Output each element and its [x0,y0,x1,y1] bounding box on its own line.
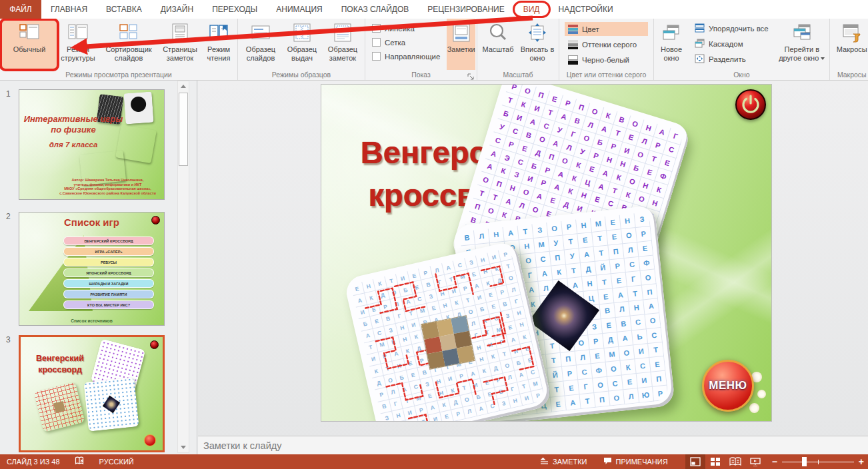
crossword-letter: О [619,345,635,361]
crossword-letter: Т [592,231,608,246]
crossword-letter: Е [598,288,614,304]
zoom-slider[interactable] [782,457,854,466]
comments-toggle[interactable]: ПРИМЕЧАНИЯ [595,454,676,469]
tab-addins[interactable]: НАДСТРОЙКИ [549,0,623,19]
tab-animations[interactable]: АНИМАЦИЯ [267,0,331,19]
status-normal-view-button[interactable] [685,454,705,469]
language-indicator[interactable]: РУССКИЙ [99,458,134,466]
crossword-letter: Е [611,272,627,288]
group-window: Новое окно Упорядочить все Каскадом Разд… [654,19,830,80]
crossword-letter: П [561,351,577,367]
tab-transitions[interactable]: ПЕРЕХОДЫ [203,0,267,19]
slide-thumbnail-1[interactable]: Интерактивные игры по физике для 7 класс… [19,89,165,200]
spellcheck-icon[interactable] [75,456,85,467]
slide-master-button[interactable]: Образец слайдов [239,19,282,70]
thumb2-game-list: ВЕНГЕРСКИЙ КРОССВОРДИГРА «САПЁР»РЕБУСЫЯП… [63,236,154,309]
crossword-letter: Е [590,348,606,364]
crossword-letter: П [651,371,667,387]
crossword-letter: О [609,390,625,406]
ribbon: Обычный Режим структуры Сортировщик слай… [0,19,868,81]
status-reading-view-button[interactable] [725,454,745,469]
notes-page-button[interactable]: Страницы заметок [159,19,201,70]
tab-home[interactable]: ГЛАВНАЯ [41,0,97,19]
crossword-letter: З [634,212,650,228]
slide-canvas[interactable]: Венгерский кроссворд РОПЕРПОКВОНАГТКИТАВ… [321,85,771,421]
slide-thumbnail-3[interactable]: Венгерский кроссворд [19,335,165,452]
tab-design[interactable]: ДИЗАЙН [151,0,203,19]
cascade-button[interactable]: Каскадом [691,37,772,51]
crossword-letter: Р [562,366,578,382]
thumb3-title: Венгерский кроссворд [23,353,97,376]
notes-page-label: Страницы заметок [159,45,201,62]
crossword-letter: З [532,223,548,238]
crossword-letter: К [621,360,637,376]
notes-pane[interactable]: Заметки к слайду [198,436,868,454]
guides-checkbox-row[interactable]: Направляющие [372,52,440,61]
thumb2-game-item: ВЕНГЕРСКИЙ КРОССВОРД [63,236,154,245]
color-button[interactable]: Цвет [565,22,648,36]
crossword-letter: С [535,251,551,267]
black-white-button[interactable]: Черно-белый [565,53,648,67]
notes-master-label: Образец заметок [322,45,363,62]
scrollbar-thumb[interactable] [179,93,188,166]
ruler-checkbox-row[interactable]: Линейка [372,24,440,33]
slide-thumbnail-2[interactable]: Список игр ВЕНГЕРСКИЙ КРОССВОРДИГРА «САП… [19,212,165,326]
thumb1-balloon-image [123,92,153,125]
tab-view[interactable]: ВИД [514,0,549,19]
new-window-button[interactable]: Новое окно [655,19,687,70]
crossword-letter: Л [474,229,490,244]
scroll-down-button[interactable] [179,442,188,452]
thumbnail-panel-scrollbar[interactable] [177,81,189,453]
zoom-in-button[interactable]: + [859,457,864,466]
thumb3-power-icon [150,340,159,349]
crossword-letter: Г [522,267,538,283]
zoom-button[interactable]: Масштаб [479,19,517,70]
grayscale-icon [568,40,578,49]
guides-checkbox[interactable] [372,52,381,61]
grid-label: Сетка [385,39,405,47]
slide3-number: 3 [6,335,11,344]
reading-view-button[interactable]: Режим чтения [201,19,236,70]
slide-sorter-button[interactable]: Сортировщик слайдов [99,19,159,70]
show-dialog-launcher-icon[interactable] [467,71,475,79]
grid-checkbox-row[interactable]: Сетка [372,38,440,47]
crossword-letter: Ф [639,255,655,271]
arrange-all-button[interactable]: Упорядочить все [691,21,772,35]
zoom-slider-thumb[interactable] [802,457,807,466]
zoom-out-button[interactable]: − [772,457,777,466]
grid-checkbox[interactable] [372,38,381,47]
tab-review[interactable]: РЕЦЕНЗИРОВАНИЕ [418,0,513,19]
crossword-letter: Й [595,260,611,276]
notes-toggle[interactable]: ЗАМЕТКИ [532,454,595,469]
group-label-masters: Режимы образцов [238,71,365,79]
handout-master-button[interactable]: Образец выдач [282,19,322,70]
normal-view-button[interactable]: Обычный [1,19,57,70]
switch-window-button[interactable]: Перейти в другое окно [776,19,828,70]
crossword-letter: У [549,235,565,251]
menu-button[interactable]: МЕНЮ [702,360,754,412]
grayscale-button[interactable]: Оттенки серого [565,37,648,51]
tab-file[interactable]: ФАЙЛ [0,0,41,19]
crossword-letter: А [617,330,633,346]
split-button[interactable]: Разделить [691,52,772,66]
outline-view-button[interactable]: Режим структуры [57,19,99,70]
crossword-letter: О [547,221,563,237]
macros-button[interactable]: Макросы [831,19,868,70]
crossword-letter: Н [519,238,535,254]
notes-master-button[interactable]: Образец заметок [322,19,363,70]
status-slide-sorter-button[interactable] [705,454,725,469]
crossword-letter: Т [549,382,565,398]
notes-button[interactable]: Заметки [447,19,475,70]
notes-placeholder: Заметки к слайду [203,440,281,451]
ruler-checkbox[interactable] [372,24,381,33]
crossword-letter: Е [563,380,579,396]
tab-slideshow[interactable]: ПОКАЗ СЛАЙДОВ [332,0,419,19]
status-slideshow-button[interactable] [745,454,765,469]
scroll-up-button[interactable] [179,81,188,91]
group-show: Линейка Сетка Направляющие Заметки Показ [365,19,477,80]
fit-to-window-button[interactable]: Вписать в окно [517,19,557,70]
tab-insert[interactable]: ВСТАВКА [97,0,151,19]
slide-counter[interactable]: СЛАЙД 3 ИЗ 48 [7,458,60,466]
power-button[interactable] [735,89,766,120]
group-zoom: Масштаб Вписать в окно Масштаб [477,19,559,80]
